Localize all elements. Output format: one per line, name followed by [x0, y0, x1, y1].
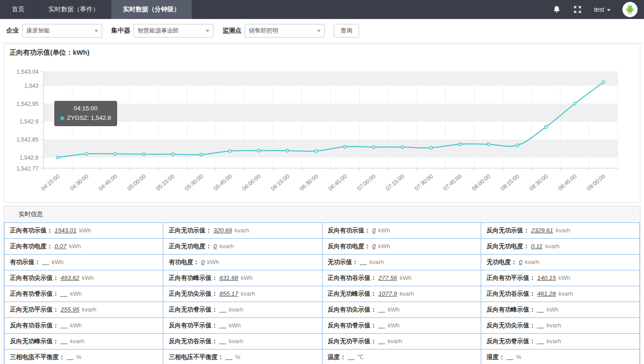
metric-value[interactable]: 0.07: [55, 243, 66, 250]
metric-label: 三相电压不平衡度：: [169, 354, 224, 360]
metric-unit: kvarh: [547, 338, 561, 345]
metric-unit: %: [235, 354, 241, 360]
metric-label: 反向有功脊示值：: [328, 322, 377, 329]
metric-unit: kvarh: [241, 290, 256, 297]
table-row: 正向有功尖示值：493.62kWh正向有功峰示值：631.68kWh正向有功谷示…: [5, 270, 640, 286]
metric-label: 正向无功峰示值：: [328, 290, 377, 297]
metric-unit: kvarh: [229, 338, 243, 345]
metric-unit: kWh: [229, 322, 241, 329]
filter-bar: 企业 康派智能 集中器 智慧能源事业部 监测点 销售部照明 查询: [0, 19, 644, 43]
metric-value[interactable]: 140.15: [537, 274, 556, 281]
tab-realtime-minute[interactable]: 实时数据（分钟级）: [111, 0, 192, 19]
metric-value[interactable]: __: [219, 306, 226, 313]
metric-label: 正向无功示值：: [169, 227, 212, 234]
metric-unit: kvarh: [556, 227, 570, 234]
metric-value[interactable]: __: [379, 338, 385, 345]
svg-text:09:00:00: 09:00:00: [586, 173, 606, 192]
metric-value[interactable]: __: [379, 322, 385, 329]
enterprise-dropdown[interactable]: 康派智能: [22, 24, 102, 38]
metric-value[interactable]: __: [67, 354, 74, 360]
metric-cell: 反向有功峰示值：__kWh: [481, 302, 639, 318]
metric-cell: 反向有功谷示值：__kWh: [5, 318, 163, 334]
tab-home[interactable]: 首页: [0, 0, 37, 19]
table-row: 正向无功平示值：255.95kvarh正向无功脊示值：__kvarh反向有功尖示…: [5, 302, 640, 318]
metric-label: 正向无功尖示值：: [169, 290, 218, 297]
metric-value[interactable]: __: [61, 290, 67, 297]
metric-cell: 三相电压不平衡度：__%: [163, 350, 322, 364]
metric-value[interactable]: 631.68: [219, 274, 238, 281]
metric-value[interactable]: __: [507, 354, 513, 360]
metric-value[interactable]: __: [61, 338, 67, 345]
query-button[interactable]: 查询: [334, 24, 359, 38]
metric-value[interactable]: __: [537, 322, 544, 329]
metric-value[interactable]: __: [219, 322, 226, 329]
metric-value[interactable]: 855.17: [219, 290, 238, 297]
metric-unit: kvarh: [235, 227, 249, 234]
chevron-down-icon: [206, 30, 209, 32]
metric-value[interactable]: 0: [372, 243, 376, 250]
metric-value[interactable]: 0: [201, 259, 205, 265]
metric-label: 正向有功峰示值：: [169, 274, 218, 281]
tab-realtime-event[interactable]: 实时数据（事件）: [37, 0, 111, 19]
monitor-point-dropdown[interactable]: 销售部照明: [245, 24, 325, 38]
metric-value[interactable]: __: [219, 338, 226, 345]
metric-value[interactable]: __: [360, 259, 367, 265]
metric-value[interactable]: 493.62: [61, 274, 79, 281]
metric-value[interactable]: __: [537, 338, 544, 345]
realtime-info-header: 实时信息: [4, 206, 640, 222]
metric-label: 湿度：: [487, 354, 505, 360]
metric-cell: 正向无功电度：0kvarh: [163, 239, 322, 255]
line-chart: 1,543.041,5431,542.951,542.91,542.851,54…: [4, 44, 640, 202]
metric-unit: kvarh: [388, 338, 402, 345]
metric-value[interactable]: __: [61, 322, 67, 329]
metric-cell: 反向无功平示值：__kvarh: [322, 334, 481, 350]
svg-text:06:45:00: 06:45:00: [327, 173, 348, 192]
metric-value[interactable]: 1543.01: [55, 227, 77, 234]
metric-unit: kWh: [69, 243, 81, 250]
metric-cell: 正向有功脊示值：__kWh: [5, 286, 163, 302]
metric-value[interactable]: 461.28: [537, 290, 556, 297]
metric-label: 反向无功谷示值：: [169, 338, 218, 345]
metric-value[interactable]: 0: [519, 259, 522, 265]
metric-value[interactable]: 0: [213, 243, 217, 250]
user-menu[interactable]: test: [594, 6, 611, 13]
table-row: 三相电流不平衡度：__%三相电压不平衡度：__%温度：__℃湿度：__%: [5, 350, 640, 364]
metric-cell: 有功电度：0kWh: [163, 255, 322, 270]
svg-text:07:45:00: 07:45:00: [442, 173, 463, 192]
metric-value[interactable]: 2329.61: [531, 227, 553, 234]
metric-value[interactable]: 1077.9: [379, 290, 397, 297]
metric-value[interactable]: __: [537, 306, 544, 313]
bell-icon[interactable]: [552, 5, 561, 14]
table-row: 正向有功脊示值：__kWh正向无功尖示值：855.17kvarh正向无功峰示值：…: [5, 286, 640, 302]
metric-label: 正向无功平示值：: [10, 306, 59, 313]
table-row: 正向有功电度：0.07kWh正向无功电度：0kvarh反向有功电度：0kWh反向…: [5, 239, 640, 255]
metric-value[interactable]: 320.69: [213, 227, 232, 234]
metric-unit: kWh: [241, 274, 253, 281]
metric-cell: 有功示值：__kWh: [5, 255, 163, 270]
metric-value[interactable]: 277.56: [379, 274, 397, 281]
metric-value[interactable]: 0: [372, 227, 376, 234]
fullscreen-icon[interactable]: [573, 5, 582, 14]
chevron-down-icon: [607, 9, 611, 11]
metric-cell: 正向无功尖示值：855.17kvarh: [163, 286, 322, 302]
metric-label: 反向无功电度：: [487, 243, 530, 250]
concentrator-dropdown[interactable]: 智慧能源事业部: [133, 24, 213, 38]
metric-value[interactable]: 255.95: [61, 306, 79, 313]
metric-label: 反向无功峰示值：: [10, 338, 59, 345]
metric-value[interactable]: __: [348, 354, 355, 360]
metric-cell: 反向无功脊示值：__kvarh: [481, 334, 639, 350]
metric-label: 无功电度：: [487, 259, 517, 265]
avatar[interactable]: [622, 2, 638, 17]
svg-text:04:30:00: 04:30:00: [69, 173, 90, 192]
chart-panel: 正向有功示值(单位：kWh) 1,543.041,5431,542.951,54…: [4, 44, 640, 203]
metric-unit: kvarh: [369, 259, 384, 265]
metric-value[interactable]: __: [43, 259, 49, 265]
metric-value[interactable]: 0.11: [531, 243, 542, 250]
metric-value[interactable]: __: [379, 306, 385, 313]
metric-label: 温度：: [328, 354, 346, 360]
svg-text:1,542.95: 1,542.95: [16, 101, 38, 107]
metric-label: 正向有功尖示值：: [10, 274, 59, 281]
svg-text:06:15:00: 06:15:00: [270, 173, 290, 192]
metric-value[interactable]: __: [226, 354, 232, 360]
metric-cell: 正向有功示值：1543.01kWh: [5, 223, 163, 239]
